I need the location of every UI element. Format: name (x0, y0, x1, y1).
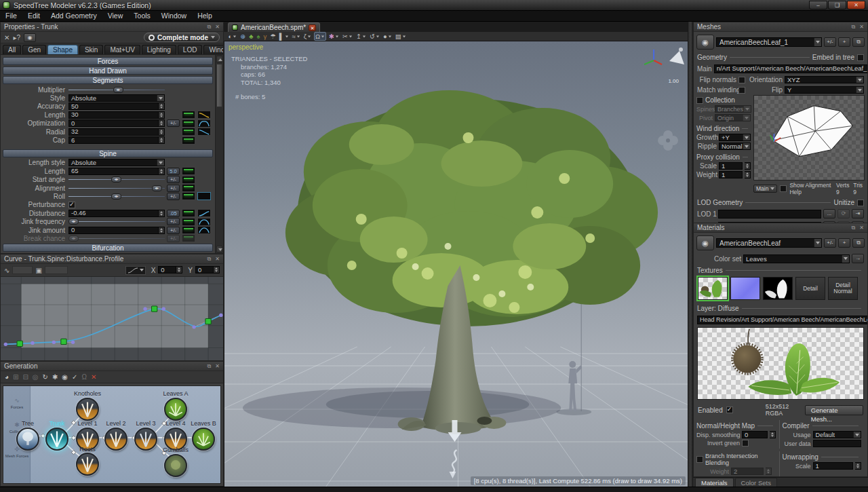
close-panel-icon[interactable]: ✕ (215, 256, 220, 263)
generate-mesh-button[interactable]: Generate Mesh... (805, 405, 863, 415)
close-panel-icon[interactable]: ✕ (215, 24, 220, 31)
color-set-dropdown[interactable]: Leaves (743, 254, 850, 263)
viewport-3d[interactable]: perspective TRIANGLES - SELECTED branche… (224, 41, 688, 487)
orientation-dropdown[interactable]: XYZ (785, 76, 864, 83)
bones-icon[interactable]: ζ (303, 32, 312, 41)
section-hand-drawn[interactable]: Hand Drawn (3, 67, 213, 75)
ear-selection-icon[interactable]: Ω (314, 32, 326, 41)
usage-dropdown[interactable]: Default (813, 431, 862, 438)
document-tab[interactable]: AmericanBeech.spm* ✕ (228, 22, 320, 32)
refresh-icon[interactable]: ⟳ (837, 209, 850, 219)
detail-slot-button[interactable]: Detail (795, 277, 825, 300)
node-knotholes[interactable] (76, 398, 99, 421)
preview-main-button[interactable]: Main (753, 185, 777, 193)
lod1-field[interactable] (718, 210, 821, 219)
curve-thumb[interactable] (197, 226, 211, 234)
normal-thumbnail[interactable] (730, 277, 760, 300)
menu-window[interactable]: Window (156, 11, 192, 21)
curve-thumb[interactable] (182, 119, 195, 128)
node-roots[interactable] (76, 453, 99, 476)
mesh-path-field[interactable]: n/Art Support/American Beech/AmericanBee… (714, 64, 868, 73)
materials-panel-header[interactable]: Materials ⧉✕ (694, 223, 867, 233)
optimization-field[interactable]: 0 (68, 119, 159, 127)
float-panel-icon[interactable]: ⧉ (852, 24, 856, 31)
material-selector-dropdown[interactable]: AmericanBeechLeaf (716, 238, 822, 248)
growth-dropdown[interactable]: +Y (719, 134, 751, 141)
curve-canvas[interactable] (1, 277, 223, 360)
curve-thumb[interactable] (197, 192, 211, 200)
curve-steps-field[interactable] (45, 266, 68, 274)
delete-node-icon[interactable]: ✕ (91, 373, 96, 381)
maximize-button[interactable]: ❑ (828, 1, 846, 10)
leaf-display-icon[interactable]: ✱ (52, 373, 58, 381)
properties-panel-header[interactable]: Properties - Trunk ⧉✕ (1, 22, 223, 32)
node-gumballs[interactable] (164, 454, 187, 477)
plusminus-button[interactable]: +/- (167, 185, 180, 192)
delete-icon[interactable]: ✕ (4, 34, 9, 41)
curve-thumb[interactable] (197, 218, 211, 226)
start-angle-slider[interactable]: ◂▸ (68, 176, 165, 183)
menu-file[interactable]: File (0, 11, 22, 21)
show-nodes-icon[interactable]: ⊕ (239, 32, 246, 41)
close-panel-icon[interactable]: ✕ (859, 24, 864, 31)
style-dropdown[interactable]: Absolute (68, 94, 165, 102)
length-style-dropdown[interactable]: Absolute (68, 159, 165, 166)
spinner[interactable] (159, 111, 165, 119)
tab-lod[interactable]: LOD (178, 45, 203, 54)
tab-color-sets[interactable]: Color Sets (735, 478, 777, 487)
curve-thumb[interactable] (182, 128, 195, 136)
alpha-thumbnail[interactable] (763, 277, 793, 300)
scroll-thumb[interactable] (216, 64, 222, 107)
curve-thumb[interactable] (182, 111, 195, 119)
wind-preview-icon[interactable]: ≈ (292, 32, 301, 41)
menu-add-geometry[interactable]: Add Geometry (45, 11, 102, 21)
curve-thumb[interactable] (182, 218, 195, 226)
curve-preset-button[interactable] (125, 266, 146, 275)
spinner[interactable] (159, 119, 165, 127)
branch-icon[interactable]: γ (263, 32, 268, 41)
texture-path-field[interactable]: Head Revision/Art Support/American Beech… (697, 316, 868, 324)
gravity-icon[interactable]: ↥ (355, 32, 367, 41)
hand-icon[interactable]: ◉ (696, 235, 714, 250)
jink-amount-field[interactable]: 0 (68, 227, 159, 234)
section-spine[interactable]: Spine (3, 149, 213, 157)
section-forces[interactable]: Forces (3, 57, 213, 65)
material-add-button[interactable]: + (838, 238, 850, 248)
mesh-selector-dropdown[interactable]: AmericanBeechLeaf_1 (716, 37, 822, 47)
mesh-plusminus-button[interactable]: +/- (824, 37, 836, 47)
float-panel-icon[interactable]: ⧉ (852, 225, 856, 231)
length-field[interactable]: 30 (68, 111, 159, 119)
tree-display-icon[interactable]: ☂ (269, 32, 277, 41)
plusminus-button[interactable]: +/- (167, 227, 180, 234)
render-mode-icon[interactable]: ◐ (228, 32, 238, 41)
roll-slider[interactable]: ◂▸ (68, 193, 165, 200)
flip-normals-checkbox[interactable] (738, 77, 745, 83)
spinner[interactable] (766, 468, 772, 475)
refresh-icon[interactable]: ⟳ (837, 221, 850, 223)
unitize-checkbox[interactable] (857, 200, 864, 206)
flip-dropdown[interactable]: Y (785, 86, 864, 94)
jink-frequency-slider[interactable]: ◂▸ (68, 218, 165, 225)
eye-icon[interactable]: ◉ (24, 33, 36, 42)
panel-splitter[interactable] (688, 22, 693, 487)
generation-panel-header[interactable]: Generation ⧉✕ (1, 362, 223, 371)
scale-field[interactable]: 1 (719, 162, 743, 170)
curve-thumb[interactable] (182, 209, 195, 217)
node-leaves-a[interactable] (164, 398, 187, 421)
weight-field[interactable]: 1 (719, 171, 743, 178)
rotate-view-icon[interactable]: ↺ (369, 32, 380, 41)
spinner[interactable] (770, 431, 776, 438)
curve-thumb[interactable] (182, 226, 195, 234)
spinner[interactable] (159, 136, 165, 144)
spinner[interactable] (159, 102, 165, 110)
curve-thumb[interactable] (182, 234, 195, 242)
generation-canvas[interactable]: ∿ Forces ✱ Collision ✜ Mesh Forces (3, 385, 221, 484)
curve-panel-header[interactable]: Curve - Trunk.Spine:Disturbance.Profile … (1, 254, 223, 264)
curve-x-field[interactable]: 0 (158, 266, 176, 273)
disp-smoothing-field[interactable]: 0 (742, 431, 768, 438)
cap-field[interactable]: 6 (68, 136, 159, 144)
spinner[interactable] (159, 168, 165, 175)
float-panel-icon[interactable]: ⧉ (208, 256, 212, 263)
curve-thumb[interactable] (182, 167, 195, 175)
spinner[interactable] (745, 171, 751, 178)
